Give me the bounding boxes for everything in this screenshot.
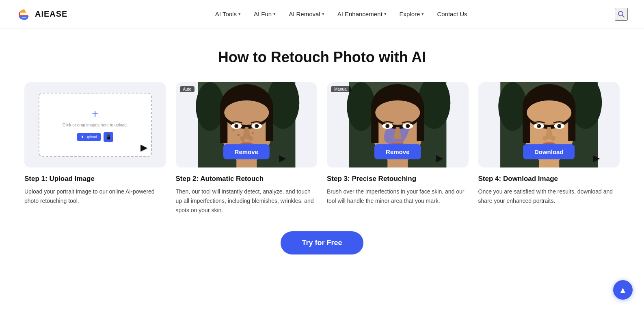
svg-point-20 bbox=[237, 134, 240, 136]
step-3-title: Step 3: Precise Retouching bbox=[327, 175, 469, 183]
auto-badge: Auto bbox=[180, 86, 195, 92]
header: AIEASE AI Tools ▾ AI Fun ▾ AI Removal ▾ … bbox=[0, 0, 644, 28]
svg-point-53 bbox=[538, 125, 539, 126]
svg-point-21 bbox=[232, 129, 234, 131]
brand-name: AIEASE bbox=[35, 9, 67, 19]
chevron-down-icon: ▾ bbox=[384, 11, 387, 17]
step-1-card: + Click or drag images here to upload. ⬆… bbox=[24, 82, 166, 215]
svg-line-1 bbox=[622, 15, 625, 17]
upload-box: + Click or drag images here to upload. ⬆… bbox=[39, 93, 152, 157]
svg-point-36 bbox=[387, 125, 389, 127]
main-nav: AI Tools ▾ AI Fun ▾ AI Removal ▾ AI Enha… bbox=[215, 11, 467, 17]
nav-item-ai-tools[interactable]: AI Tools ▾ bbox=[215, 11, 241, 17]
cursor-icon: ▶ bbox=[140, 142, 147, 153]
chevron-down-icon: ▾ bbox=[322, 11, 324, 17]
step-3-desc: Brush over the imperfections in your fac… bbox=[327, 187, 469, 206]
search-button[interactable] bbox=[615, 8, 628, 21]
svg-point-22 bbox=[251, 132, 253, 134]
nav-item-ai-enhancement[interactable]: AI Enhancement ▾ bbox=[337, 11, 387, 17]
nav-item-ai-fun[interactable]: AI Fun ▾ bbox=[254, 11, 276, 17]
cursor-icon: ▶ bbox=[593, 153, 600, 163]
search-icon bbox=[617, 10, 625, 18]
step-4-image-area: Download ▶ bbox=[478, 82, 620, 167]
step-1-image-area: + Click or drag images here to upload. ⬆… bbox=[24, 82, 166, 167]
upload-buttons: ⬆ Upload 📱 bbox=[77, 132, 113, 142]
download-button-step4[interactable]: Download bbox=[523, 144, 575, 159]
nav-item-explore[interactable]: Explore ▾ bbox=[400, 11, 424, 17]
step-2-card: Auto Remove ▶ Step 2: Automatic Retouch … bbox=[176, 82, 318, 215]
step-4-desc: Once you are satisfied with the results,… bbox=[478, 187, 620, 206]
step-3-face: Manual Remove ▶ bbox=[327, 82, 469, 167]
chevron-down-icon: ▾ bbox=[273, 11, 276, 17]
cursor-icon: ▶ bbox=[279, 153, 286, 163]
manual-badge: Manual bbox=[331, 86, 351, 92]
step-1-title: Step 1: Upload Image bbox=[24, 175, 166, 183]
svg-point-52 bbox=[538, 125, 540, 127]
svg-point-56 bbox=[558, 125, 560, 127]
remove-button-step3[interactable]: Remove bbox=[374, 144, 421, 159]
step-3-card: Manual Remove ▶ Step 3: Precise Retouchi… bbox=[327, 82, 469, 215]
nav-item-ai-removal[interactable]: AI Removal ▾ bbox=[289, 11, 324, 17]
step-4-face: Download ▶ bbox=[478, 82, 620, 167]
mobile-icon: 📱 bbox=[106, 134, 112, 140]
step-3-image-area: Manual Remove ▶ bbox=[327, 82, 469, 167]
mobile-upload-button[interactable]: 📱 bbox=[104, 132, 113, 142]
cursor-icon: ▶ bbox=[436, 153, 443, 163]
svg-point-23 bbox=[242, 140, 244, 142]
steps-grid: + Click or drag images here to upload. ⬆… bbox=[24, 82, 620, 215]
plus-icon: + bbox=[92, 108, 98, 120]
logo[interactable]: AIEASE bbox=[16, 7, 67, 22]
step-4-title: Step 4: Download Image bbox=[478, 175, 620, 183]
svg-point-58 bbox=[542, 136, 547, 141]
svg-point-19 bbox=[248, 136, 253, 141]
cta-section: Try for Free bbox=[24, 231, 620, 254]
try-for-free-button[interactable]: Try for Free bbox=[281, 231, 363, 254]
page-title: How to Retouch Photo with AI bbox=[24, 49, 620, 66]
step-2-title: Step 2: Automatic Retouch bbox=[176, 175, 318, 183]
step-2-desc: Then, our tool will instantly detect, an… bbox=[176, 187, 318, 215]
step-2-image-area: Auto Remove ▶ bbox=[176, 82, 318, 167]
svg-point-17 bbox=[255, 125, 257, 127]
logo-icon bbox=[16, 7, 31, 22]
svg-point-59 bbox=[551, 136, 555, 141]
chevron-down-icon: ▾ bbox=[238, 11, 241, 17]
upload-hint-text: Click or drag images here to upload. bbox=[63, 123, 128, 127]
step-1-desc: Upload your portrait image to our online… bbox=[24, 187, 166, 206]
main-content: How to Retouch Photo with AI + Click or … bbox=[0, 28, 644, 279]
svg-point-57 bbox=[558, 125, 559, 126]
upload-button[interactable]: ⬆ Upload bbox=[77, 133, 101, 141]
step-4-card: Download ▶ Step 4: Download Image Once y… bbox=[478, 82, 620, 215]
remove-button-step2[interactable]: Remove bbox=[223, 144, 270, 159]
svg-point-4 bbox=[196, 82, 224, 131]
upload-cloud-icon: ⬆ bbox=[81, 135, 84, 139]
svg-point-49 bbox=[527, 100, 571, 125]
svg-point-33 bbox=[375, 100, 420, 125]
svg-point-42 bbox=[498, 82, 527, 131]
svg-point-39 bbox=[407, 125, 409, 127]
nav-item-contact-us[interactable]: Contact Us bbox=[437, 11, 467, 17]
step-2-face: Auto Remove ▶ bbox=[176, 82, 318, 167]
svg-point-14 bbox=[235, 125, 237, 127]
svg-point-18 bbox=[240, 136, 245, 141]
chevron-down-icon: ▾ bbox=[421, 11, 424, 17]
svg-point-11 bbox=[224, 100, 269, 125]
svg-point-26 bbox=[347, 82, 375, 131]
